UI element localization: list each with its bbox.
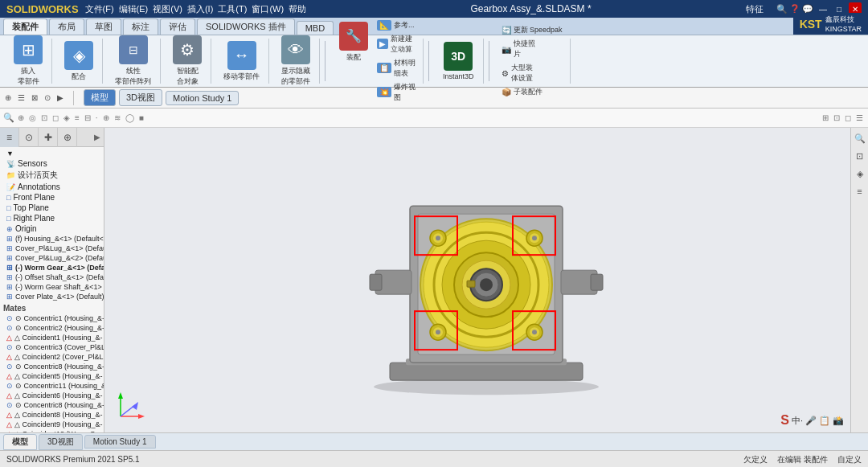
- panel-tab-config[interactable]: ✚: [39, 128, 58, 147]
- btn-assembly[interactable]: 🔧 装配: [335, 19, 372, 104]
- tree-item-worm-gear[interactable]: ⊞ (-) Worm Gear_&<1> (Defau: [0, 263, 104, 272]
- tab-layout[interactable]: 布局: [49, 18, 84, 35]
- menu-view[interactable]: 视图(V): [153, 3, 182, 15]
- tab-sw-plugins[interactable]: SOLIDWORKS 插件: [197, 18, 295, 35]
- tree-mate-coincident1[interactable]: △ △ Coincident1 (Housing_&-: [0, 333, 104, 342]
- tree-mate-coincident6[interactable]: △ △ Coincident6 (Housing_&-: [0, 391, 104, 400]
- tree-mate-coincident12[interactable]: △ △ Coincident12 (Worm Gear: [0, 429, 104, 432]
- toolbar-icon-3[interactable]: ⊠: [31, 93, 38, 102]
- tree-mate-concentric1[interactable]: ⊙ ⊙ Concentric1 (Housing_&-: [0, 313, 104, 323]
- bottom-tab-3d[interactable]: 3D视图: [39, 434, 83, 450]
- tab-markup[interactable]: 标注: [123, 18, 158, 35]
- menu-edit[interactable]: 编辑(E): [119, 3, 149, 15]
- tree-item-front-plane[interactable]: □ Front Plane: [0, 192, 104, 203]
- toolbar-icon-2[interactable]: ☰: [18, 93, 25, 102]
- panel-tab-tree[interactable]: ≡: [0, 128, 19, 147]
- tree-mate-concentric2[interactable]: ⊙ ⊙ Concentric2 (Housing_&-: [0, 323, 104, 333]
- tree-mate-coincident2[interactable]: △ △ Coincident2 (Cover_Pl&Lu: [0, 352, 104, 362]
- toolbar-arrow[interactable]: ▶: [57, 93, 63, 102]
- btn-show-hide[interactable]: 👁 显示隐藏 的零部件: [277, 33, 314, 89]
- btn-mate[interactable]: ◈ 配合: [60, 39, 97, 84]
- sidebar-btn-2[interactable]: ⊡: [853, 149, 867, 163]
- view-tab-3d[interactable]: 3D视图: [119, 89, 162, 106]
- sidebar-btn-4[interactable]: ≡: [853, 184, 867, 199]
- tree-item-worm-shaft[interactable]: ⊞ (-) Worm Gear Shaft_&<1> (l: [0, 282, 104, 292]
- bottom-tab-motion[interactable]: Motion Study 1: [84, 435, 156, 449]
- view-tab-motion[interactable]: Motion Study 1: [166, 91, 239, 105]
- view-icon-11[interactable]: ◯: [125, 113, 134, 122]
- view-icon-6[interactable]: ≡: [75, 113, 80, 122]
- view-icon-right-4[interactable]: ☰: [856, 113, 863, 122]
- menu-tools[interactable]: 工具(T): [218, 3, 247, 15]
- part-icon-cover-plate: ⊞: [6, 293, 13, 301]
- sidebar-btn-3[interactable]: ◈: [853, 166, 867, 181]
- view-icon-10[interactable]: ≋: [114, 113, 121, 122]
- menu-window[interactable]: 窗口(W): [252, 3, 284, 15]
- btn-instant3d[interactable]: 3D Instant3D: [439, 39, 478, 83]
- view-icon-12[interactable]: ■: [139, 113, 144, 122]
- panel-tab-properties[interactable]: ⊙: [19, 128, 39, 147]
- btn-bom[interactable]: 📋 材料明 细表: [375, 57, 418, 80]
- tree-mate-coincident8[interactable]: △ △ Coincident8 (Housing_&-: [0, 410, 104, 420]
- menu-help[interactable]: 帮助: [289, 3, 306, 15]
- btn-linear-pattern[interactable]: ⊟ 线性 零部件阵列: [111, 33, 155, 89]
- tab-sketch[interactable]: 草图: [86, 18, 121, 35]
- bottom-tab-model[interactable]: 模型: [3, 434, 37, 450]
- btn-smart-mate[interactable]: ⚙ 智能配 合对象: [169, 33, 206, 89]
- tree-item-sensors[interactable]: 📡 Sensors: [0, 158, 104, 169]
- tree-item-origin[interactable]: ⊕ Origin: [0, 223, 104, 234]
- view-icon-5[interactable]: ◈: [63, 113, 70, 122]
- btn-sub-assembly[interactable]: 📦 子装配件: [499, 86, 565, 98]
- tree-mate-coincident9[interactable]: △ △ Coincident9 (Housing_&-: [0, 420, 104, 429]
- tree-item-cover1[interactable]: ⊞ Cover_Pl&Lug_&<1> (Defau: [0, 244, 104, 253]
- tree-item-annotations[interactable]: 📝 Annotations: [0, 182, 104, 192]
- view-icon-1[interactable]: ⊕: [18, 113, 24, 122]
- tree-item-housing[interactable]: ⊞ (f) Housing_&<1> (Default<-: [0, 234, 104, 244]
- view-icon-8[interactable]: ·: [96, 113, 98, 122]
- tree-mate-concentric3[interactable]: ⊙ ⊙ Concentric3 (Cover_Pl&Lu: [0, 342, 104, 352]
- tree-item-right-plane[interactable]: □ Right Plane: [0, 213, 104, 223]
- btn-move-component[interactable]: ↔ 移动零部件: [219, 39, 264, 84]
- view-icon-7[interactable]: ⊟: [84, 113, 91, 122]
- view-icon-right-2[interactable]: ⊡: [833, 113, 840, 122]
- part-icon-worm-shaft: ⊞: [6, 283, 13, 291]
- company-name: 鑫辰科技KINGSTAR: [825, 14, 862, 33]
- view-icon-right-3[interactable]: ◻: [845, 113, 851, 122]
- tab-assembly[interactable]: 装配件: [3, 18, 47, 35]
- panel-expand-arrow[interactable]: ▶: [91, 133, 104, 141]
- btn-speedpak[interactable]: 🔄 更新 Speedpak: [499, 24, 565, 36]
- tree-item-design[interactable]: 📁 设计活页夹: [0, 169, 104, 182]
- view-tab-assembly[interactable]: 模型: [84, 89, 116, 106]
- view-icon-4[interactable]: ◻: [52, 113, 59, 122]
- company-chinese-text: 中·: [792, 415, 803, 427]
- menu-insert[interactable]: 插入(I): [187, 3, 213, 15]
- viewport[interactable]: S 中· 🎤 📋 📸 🔍 ⊡ ◈ ≡: [104, 128, 868, 432]
- tree-mate-concentric8b[interactable]: ⊙ ⊙ Concentric8 (Housing_&-: [0, 400, 104, 410]
- view-icon-right-1[interactable]: ⊞: [822, 113, 829, 122]
- view-icon-3[interactable]: ⊡: [41, 113, 47, 122]
- tab-evaluate[interactable]: 评估: [160, 18, 195, 35]
- tree-item-top-plane[interactable]: □ Top Plane: [0, 203, 104, 213]
- view-icon-9[interactable]: ⊕: [103, 113, 109, 122]
- tree-expand-arrow[interactable]: ▼: [0, 149, 104, 158]
- view-icon-2[interactable]: ◎: [29, 113, 36, 122]
- tree-item-cover-plate[interactable]: ⊞ Cover Plate_&<1> (Default): [0, 292, 104, 301]
- toolbar-icon-4[interactable]: ⊙: [44, 93, 51, 102]
- btn-explode[interactable]: 💥 爆炸视 图: [375, 81, 418, 104]
- toolbar-icon-1[interactable]: ⊕: [5, 93, 11, 102]
- tree-mate-concentric11[interactable]: ⊙ ⊙ Concentric11 (Housing_&: [0, 381, 104, 391]
- company-logo-ribbon: KST 鑫辰科技KINGSTAR: [793, 13, 868, 35]
- svg-marker-36: [132, 402, 138, 410]
- btn-new-build[interactable]: ▶ 新建建 立动算: [375, 33, 418, 55]
- panel-tab-display[interactable]: ⊕: [58, 128, 77, 147]
- btn-insert-part[interactable]: ⊞ 插入 零部件: [10, 33, 47, 89]
- btn-large-assembly[interactable]: ⚙ 大型装 体设置: [499, 62, 565, 84]
- sidebar-btn-1[interactable]: 🔍: [853, 131, 867, 145]
- tree-item-cover2[interactable]: ⊞ Cover_Pl&Lug_&<2> (Defau: [0, 253, 104, 263]
- tree-mate-coincident5[interactable]: △ △ Coincident5 (Housing_&-: [0, 371, 104, 381]
- tree-item-offset-shaft[interactable]: ⊞ (-) Offset Shaft_&<1> (Defa: [0, 272, 104, 282]
- tree-mate-concentric8[interactable]: ⊙ ⊙ Concentric8 (Housing_&-: [0, 362, 104, 371]
- menu-file[interactable]: 文件(F): [85, 3, 114, 15]
- btn-reference[interactable]: 📐 参考...: [375, 19, 418, 31]
- btn-screenshot[interactable]: 📷 快捷照 片: [499, 38, 565, 60]
